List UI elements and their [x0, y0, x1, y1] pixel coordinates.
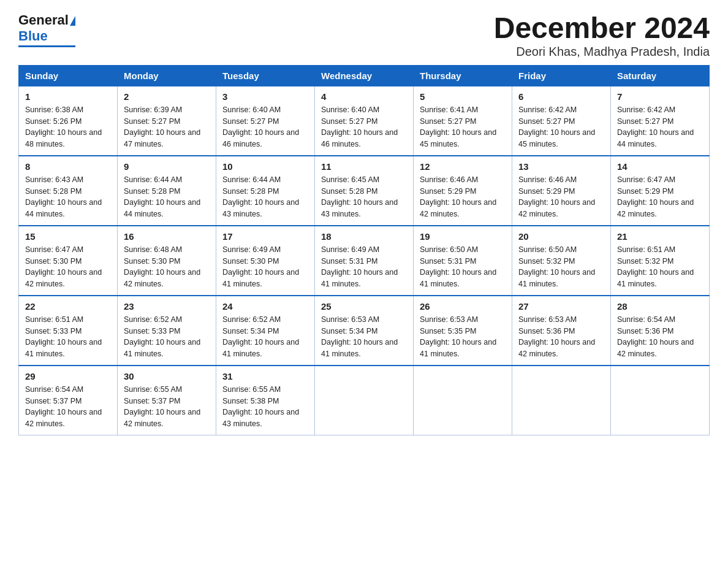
calendar-cell: 15Sunrise: 6:47 AMSunset: 5:30 PMDayligh… — [19, 226, 118, 296]
calendar-cell: 31Sunrise: 6:55 AMSunset: 5:38 PMDayligh… — [216, 366, 315, 435]
calendar-week-row: 29Sunrise: 6:54 AMSunset: 5:37 PMDayligh… — [19, 366, 710, 435]
day-info: Sunrise: 6:38 AMSunset: 5:26 PMDaylight:… — [25, 104, 111, 150]
calendar-title: December 2024 — [494, 12, 710, 45]
calendar-cell: 12Sunrise: 6:46 AMSunset: 5:29 PMDayligh… — [414, 156, 512, 226]
day-info: Sunrise: 6:52 AMSunset: 5:34 PMDaylight:… — [222, 314, 308, 360]
day-number: 7 — [617, 91, 703, 102]
day-info: Sunrise: 6:42 AMSunset: 5:27 PMDaylight:… — [617, 104, 703, 150]
day-number: 31 — [222, 371, 308, 381]
calendar-cell: 6Sunrise: 6:42 AMSunset: 5:27 PMDaylight… — [512, 86, 611, 156]
day-number: 18 — [321, 231, 407, 242]
day-info: Sunrise: 6:47 AMSunset: 5:29 PMDaylight:… — [617, 174, 703, 220]
day-info: Sunrise: 6:54 AMSunset: 5:36 PMDaylight:… — [617, 314, 703, 360]
day-info: Sunrise: 6:55 AMSunset: 5:38 PMDaylight:… — [222, 384, 308, 430]
day-number: 22 — [25, 301, 111, 312]
calendar-cell: 30Sunrise: 6:55 AMSunset: 5:37 PMDayligh… — [118, 366, 216, 435]
day-number: 15 — [25, 231, 111, 242]
calendar-cell: 19Sunrise: 6:50 AMSunset: 5:31 PMDayligh… — [414, 226, 512, 296]
header-thursday: Thursday — [414, 65, 512, 86]
header-wednesday: Wednesday — [315, 65, 414, 86]
calendar-cell: 13Sunrise: 6:46 AMSunset: 5:29 PMDayligh… — [512, 156, 611, 226]
day-info: Sunrise: 6:41 AMSunset: 5:27 PMDaylight:… — [420, 104, 506, 150]
day-info: Sunrise: 6:46 AMSunset: 5:29 PMDaylight:… — [518, 174, 604, 220]
header-saturday: Saturday — [611, 65, 710, 86]
day-number: 13 — [518, 161, 604, 172]
day-info: Sunrise: 6:48 AMSunset: 5:30 PMDaylight:… — [124, 244, 210, 290]
calendar-cell: 8Sunrise: 6:43 AMSunset: 5:28 PMDaylight… — [19, 156, 118, 226]
calendar-cell — [512, 366, 611, 435]
day-info: Sunrise: 6:52 AMSunset: 5:33 PMDaylight:… — [124, 314, 210, 360]
day-number: 24 — [222, 301, 308, 312]
day-number: 28 — [617, 301, 703, 312]
calendar-cell — [414, 366, 512, 435]
calendar-cell: 10Sunrise: 6:44 AMSunset: 5:28 PMDayligh… — [216, 156, 315, 226]
day-number: 30 — [124, 371, 210, 381]
day-info: Sunrise: 6:53 AMSunset: 5:36 PMDaylight:… — [518, 314, 604, 360]
day-number: 23 — [124, 301, 210, 312]
calendar-cell: 5Sunrise: 6:41 AMSunset: 5:27 PMDaylight… — [414, 86, 512, 156]
day-number: 20 — [518, 231, 604, 242]
day-info: Sunrise: 6:44 AMSunset: 5:28 PMDaylight:… — [222, 174, 308, 220]
day-number: 11 — [321, 161, 407, 172]
day-info: Sunrise: 6:54 AMSunset: 5:37 PMDaylight:… — [25, 384, 111, 430]
day-number: 19 — [420, 231, 506, 242]
calendar-week-row: 8Sunrise: 6:43 AMSunset: 5:28 PMDaylight… — [19, 156, 710, 226]
day-number: 17 — [222, 231, 308, 242]
day-info: Sunrise: 6:53 AMSunset: 5:34 PMDaylight:… — [321, 314, 407, 360]
day-number: 29 — [25, 371, 111, 381]
day-info: Sunrise: 6:42 AMSunset: 5:27 PMDaylight:… — [518, 104, 604, 150]
calendar-subtitle: Deori Khas, Madhya Pradesh, India — [494, 45, 710, 59]
header-friday: Friday — [512, 65, 611, 86]
day-info: Sunrise: 6:47 AMSunset: 5:30 PMDaylight:… — [25, 244, 111, 290]
header-sunday: Sunday — [19, 65, 118, 86]
day-info: Sunrise: 6:39 AMSunset: 5:27 PMDaylight:… — [124, 104, 210, 150]
day-info: Sunrise: 6:40 AMSunset: 5:27 PMDaylight:… — [321, 104, 407, 150]
day-info: Sunrise: 6:43 AMSunset: 5:28 PMDaylight:… — [25, 174, 111, 220]
day-number: 4 — [321, 91, 407, 102]
calendar-cell: 22Sunrise: 6:51 AMSunset: 5:33 PMDayligh… — [19, 296, 118, 366]
day-number: 14 — [617, 161, 703, 172]
calendar-cell: 29Sunrise: 6:54 AMSunset: 5:37 PMDayligh… — [19, 366, 118, 435]
day-info: Sunrise: 6:51 AMSunset: 5:32 PMDaylight:… — [617, 244, 703, 290]
calendar-header-row: SundayMondayTuesdayWednesdayThursdayFrid… — [19, 65, 710, 86]
logo-general: General — [18, 12, 69, 28]
day-info: Sunrise: 6:49 AMSunset: 5:31 PMDaylight:… — [321, 244, 407, 290]
calendar-week-row: 1Sunrise: 6:38 AMSunset: 5:26 PMDaylight… — [19, 86, 710, 156]
calendar-cell: 28Sunrise: 6:54 AMSunset: 5:36 PMDayligh… — [611, 296, 710, 366]
day-number: 10 — [222, 161, 308, 172]
calendar-week-row: 15Sunrise: 6:47 AMSunset: 5:30 PMDayligh… — [19, 226, 710, 296]
calendar-cell: 17Sunrise: 6:49 AMSunset: 5:30 PMDayligh… — [216, 226, 315, 296]
calendar-cell: 27Sunrise: 6:53 AMSunset: 5:36 PMDayligh… — [512, 296, 611, 366]
calendar-cell: 16Sunrise: 6:48 AMSunset: 5:30 PMDayligh… — [118, 226, 216, 296]
day-number: 5 — [420, 91, 506, 102]
calendar-cell: 9Sunrise: 6:44 AMSunset: 5:28 PMDaylight… — [118, 156, 216, 226]
calendar-cell: 3Sunrise: 6:40 AMSunset: 5:27 PMDaylight… — [216, 86, 315, 156]
calendar-cell: 4Sunrise: 6:40 AMSunset: 5:27 PMDaylight… — [315, 86, 414, 156]
calendar-cell: 20Sunrise: 6:50 AMSunset: 5:32 PMDayligh… — [512, 226, 611, 296]
day-number: 21 — [617, 231, 703, 242]
calendar-cell: 21Sunrise: 6:51 AMSunset: 5:32 PMDayligh… — [611, 226, 710, 296]
calendar-cell: 26Sunrise: 6:53 AMSunset: 5:35 PMDayligh… — [414, 296, 512, 366]
day-number: 16 — [124, 231, 210, 242]
day-number: 8 — [25, 161, 111, 172]
calendar-cell — [611, 366, 710, 435]
title-block: December 2024 Deori Khas, Madhya Pradesh… — [494, 12, 710, 59]
day-info: Sunrise: 6:51 AMSunset: 5:33 PMDaylight:… — [25, 314, 111, 360]
calendar-cell: 25Sunrise: 6:53 AMSunset: 5:34 PMDayligh… — [315, 296, 414, 366]
logo: General Blue — [18, 12, 75, 47]
calendar-cell — [315, 366, 414, 435]
day-info: Sunrise: 6:53 AMSunset: 5:35 PMDaylight:… — [420, 314, 506, 360]
calendar-cell: 11Sunrise: 6:45 AMSunset: 5:28 PMDayligh… — [315, 156, 414, 226]
calendar-week-row: 22Sunrise: 6:51 AMSunset: 5:33 PMDayligh… — [19, 296, 710, 366]
day-info: Sunrise: 6:50 AMSunset: 5:31 PMDaylight:… — [420, 244, 506, 290]
day-info: Sunrise: 6:45 AMSunset: 5:28 PMDaylight:… — [321, 174, 407, 220]
day-number: 1 — [25, 91, 111, 102]
day-number: 27 — [518, 301, 604, 312]
calendar-cell: 2Sunrise: 6:39 AMSunset: 5:27 PMDaylight… — [118, 86, 216, 156]
day-number: 25 — [321, 301, 407, 312]
day-info: Sunrise: 6:46 AMSunset: 5:29 PMDaylight:… — [420, 174, 506, 220]
calendar-cell: 14Sunrise: 6:47 AMSunset: 5:29 PMDayligh… — [611, 156, 710, 226]
day-info: Sunrise: 6:49 AMSunset: 5:30 PMDaylight:… — [222, 244, 308, 290]
header-monday: Monday — [118, 65, 216, 86]
logo-underline — [18, 45, 75, 47]
